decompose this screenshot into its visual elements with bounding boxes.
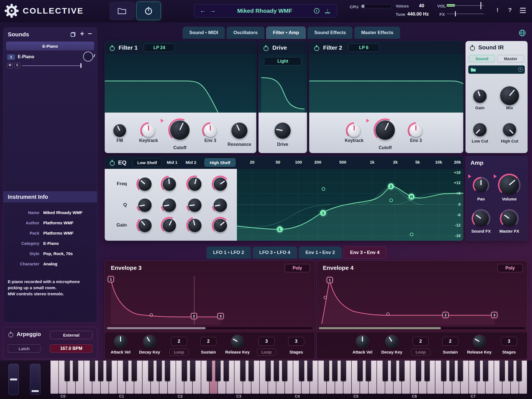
envelope3-point-1[interactable]: 1 bbox=[108, 276, 114, 282]
piano-key-black[interactable] bbox=[424, 360, 430, 381]
piano-key-black[interactable] bbox=[307, 360, 313, 381]
filter2-keytrack-knob[interactable] bbox=[348, 124, 360, 137]
ir-gain-knob[interactable] bbox=[473, 90, 487, 103]
decay-key-knob[interactable] bbox=[143, 335, 156, 348]
filter2-env3-knob[interactable] bbox=[410, 124, 422, 137]
piano-key-black[interactable] bbox=[132, 360, 137, 381]
envelope3-curve-handle[interactable] bbox=[150, 313, 153, 317]
arpeggio-latch-button[interactable]: Latch bbox=[8, 344, 40, 353]
preset-history-button[interactable] bbox=[136, 2, 161, 20]
preset-info-icon[interactable] bbox=[314, 8, 319, 14]
piano-key-black[interactable] bbox=[299, 360, 304, 381]
ir-mix-knob[interactable] bbox=[500, 86, 519, 105]
eq-q-knob-band2[interactable] bbox=[163, 199, 176, 212]
envelope4-point-2[interactable]: 2 bbox=[443, 312, 449, 318]
piano-key-black[interactable] bbox=[383, 360, 388, 381]
filter2-cutoff-knob[interactable] bbox=[375, 120, 395, 140]
eq-handle-hollow[interactable] bbox=[322, 187, 325, 191]
piano-key-black[interactable] bbox=[249, 360, 254, 381]
envelope3-scrollbar[interactable] bbox=[107, 327, 312, 329]
selected-sound-row[interactable]: E-Piano bbox=[6, 42, 94, 50]
browser-folder-button[interactable] bbox=[110, 2, 134, 20]
piano-key-black[interactable] bbox=[475, 360, 480, 381]
piano-key-black[interactable] bbox=[207, 360, 212, 381]
piano-key-black[interactable] bbox=[182, 360, 187, 381]
filter2-mode-button[interactable]: LP 6 bbox=[348, 44, 379, 52]
fx-slider[interactable] bbox=[447, 11, 484, 17]
tab-filter-amp[interactable]: Filter • Amp bbox=[266, 27, 306, 39]
piano-key-black[interactable] bbox=[500, 360, 505, 381]
sound-ir-tab-master[interactable]: Master bbox=[497, 55, 524, 62]
clear-ir-icon[interactable] bbox=[518, 67, 523, 72]
tab-sound-midi[interactable]: Sound • MIDI bbox=[183, 27, 225, 39]
preset-name[interactable]: Miked Rhoady WMF bbox=[221, 4, 309, 17]
eq-gain-knob-band3[interactable] bbox=[188, 219, 201, 232]
eq-q-knob-band4[interactable] bbox=[214, 199, 227, 212]
loop-button[interactable]: Loop bbox=[411, 349, 430, 356]
piano-key-black[interactable] bbox=[224, 360, 229, 381]
eq-band-high-shelf[interactable]: High Shelf bbox=[204, 158, 236, 167]
piano-key-black[interactable] bbox=[357, 360, 363, 381]
amp-master-fx-knob[interactable] bbox=[502, 211, 517, 226]
eq-band-mid2[interactable]: Mid 2 bbox=[186, 156, 196, 169]
eq-q-knob-band3[interactable] bbox=[188, 199, 201, 212]
eq-handle-hollow[interactable] bbox=[410, 233, 413, 236]
envelope4-scrollbar-thumb[interactable] bbox=[319, 327, 441, 329]
help-icon[interactable]: ? bbox=[508, 7, 512, 13]
drive-mode-button[interactable]: Light bbox=[264, 57, 301, 65]
piano-key-black[interactable] bbox=[416, 360, 421, 381]
stages-value[interactable]: 3 bbox=[288, 337, 304, 346]
amp-pan-knob[interactable] bbox=[475, 179, 487, 192]
tab-sound-effects[interactable]: Sound Effects bbox=[308, 27, 352, 39]
volume-slider[interactable] bbox=[447, 3, 484, 8]
drive-knob[interactable] bbox=[275, 123, 291, 139]
amp-sound-fx-knob[interactable] bbox=[474, 211, 488, 226]
piano-key-black[interactable] bbox=[508, 360, 513, 381]
envelope4-point-1[interactable]: 1 bbox=[327, 277, 333, 283]
piano-key-black[interactable] bbox=[106, 360, 112, 381]
next-preset-button[interactable] bbox=[210, 4, 216, 17]
piano-key-black[interactable] bbox=[516, 360, 522, 381]
piano-key-black[interactable] bbox=[65, 360, 70, 381]
piano-key-black[interactable] bbox=[240, 360, 245, 381]
tab-lfo-1-lfo-2[interactable]: LFO 1 • LFO 2 bbox=[206, 246, 251, 259]
filter1-response-graph[interactable] bbox=[105, 54, 256, 113]
eq-gain-knob-band2[interactable] bbox=[163, 219, 176, 232]
piano-key-white[interactable] bbox=[50, 360, 58, 394]
piano-key-black[interactable] bbox=[391, 360, 396, 381]
pitch-wheel[interactable] bbox=[8, 364, 19, 395]
eq-band-mid1[interactable]: Mid 1 bbox=[167, 156, 177, 169]
piano-key-black[interactable] bbox=[123, 360, 128, 381]
tab-oscillators[interactable]: Oscillators bbox=[227, 27, 264, 39]
piano-key-black[interactable] bbox=[148, 360, 154, 381]
piano-key-black[interactable] bbox=[341, 360, 346, 381]
stages-value[interactable]: 3 bbox=[501, 337, 517, 346]
mod-wheel[interactable] bbox=[30, 364, 40, 395]
eq-handle-high-shelf[interactable]: H bbox=[408, 194, 415, 200]
ir-high-cut-knob[interactable] bbox=[503, 123, 516, 136]
tab-env-1-env-2[interactable]: Env 1 • Env 2 bbox=[299, 246, 342, 259]
globe-icon[interactable] bbox=[519, 29, 526, 37]
envelope4-curve-handle[interactable] bbox=[386, 312, 390, 316]
filter1-cutoff-knob[interactable] bbox=[170, 120, 190, 140]
eq-handle-low-shelf[interactable]: L bbox=[277, 226, 283, 232]
piano-key-black[interactable] bbox=[190, 360, 195, 381]
sustain-value[interactable]: 2 bbox=[200, 337, 216, 346]
sound-ir-power-icon[interactable] bbox=[469, 45, 475, 50]
release-key-knob[interactable] bbox=[473, 335, 486, 348]
piano-key-black[interactable] bbox=[265, 360, 271, 381]
add-sound-icon[interactable] bbox=[80, 29, 84, 38]
sound-level-slider-track[interactable] bbox=[22, 65, 82, 66]
eq-freq-knob-band4[interactable] bbox=[214, 177, 227, 191]
piano-key-black[interactable] bbox=[282, 360, 287, 381]
eq-gain-knob-band4[interactable] bbox=[214, 219, 227, 232]
filter1-power-icon[interactable] bbox=[109, 45, 115, 50]
sound-volume-knob[interactable] bbox=[83, 52, 93, 62]
tab-lfo-3-lfo-4[interactable]: LFO 3 • LFO 4 bbox=[253, 246, 297, 259]
eq-q-knob-band1[interactable] bbox=[138, 199, 152, 212]
eq-freq-knob-band1[interactable] bbox=[138, 177, 152, 191]
eq-handle-hollow[interactable] bbox=[389, 199, 393, 202]
eq-freq-knob-band2[interactable] bbox=[163, 177, 176, 191]
envelope4-scrollbar[interactable] bbox=[319, 327, 525, 329]
prev-preset-button[interactable] bbox=[200, 4, 206, 17]
